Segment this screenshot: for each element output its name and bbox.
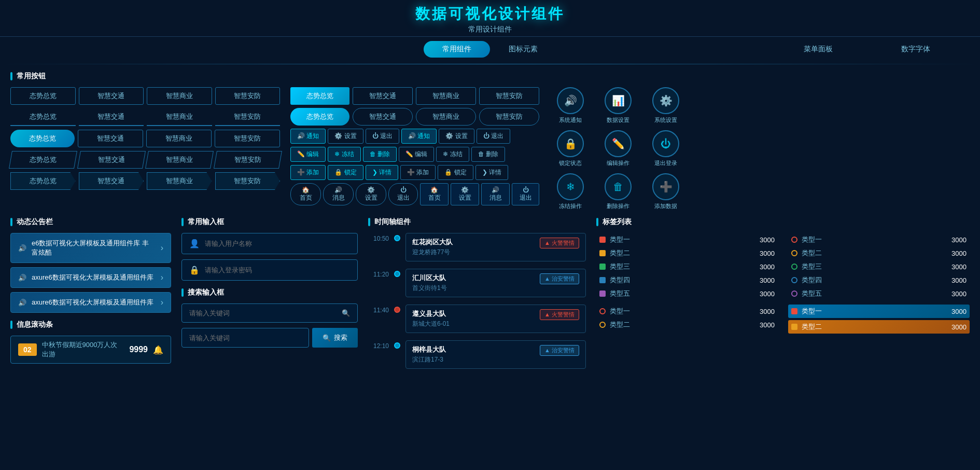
hl-btn-r1-1[interactable]: 态势总览 xyxy=(290,87,349,105)
icon-notify-2[interactable]: 🔊 通知 xyxy=(401,129,437,144)
nav-home-1[interactable]: 🏠 首页 xyxy=(290,183,321,205)
icon-lock-1[interactable]: 🔒 锁定 xyxy=(328,165,363,180)
btn-r4-3[interactable]: 智慧商业 xyxy=(145,151,213,169)
btn-r2-4[interactable]: 智慧安防 xyxy=(215,108,281,126)
icon-edit-1[interactable]: ✏️ 编辑 xyxy=(290,147,326,162)
icon-detail-2[interactable]: ❯ 详情 xyxy=(475,165,508,180)
search-box-1[interactable]: 🔍 xyxy=(181,303,358,323)
search-box-2[interactable] xyxy=(181,328,309,348)
nav-home-2[interactable]: 🏠 首页 xyxy=(420,183,449,205)
icon-lock-status[interactable]: 🔒 锁定状态 xyxy=(550,130,591,167)
speaker-icon-3: 🔊 xyxy=(18,299,26,307)
btn-r3-3[interactable]: 智慧商业 xyxy=(146,130,212,147)
password-input[interactable] xyxy=(205,266,350,274)
dot-orange-ci xyxy=(791,250,797,256)
icon-delete-2[interactable]: 🗑 删除 xyxy=(471,147,505,162)
search-button[interactable]: 🔍 搜索 xyxy=(312,328,358,348)
icon-settings-2[interactable]: ⚙️ 设置 xyxy=(439,129,474,144)
hl-btn-r2-4[interactable]: 智慧安防 xyxy=(479,108,539,126)
btn-r4-2[interactable]: 智慧交通 xyxy=(77,151,145,169)
search-input-2[interactable] xyxy=(189,334,301,342)
dot-red-sq xyxy=(599,237,606,243)
icon-notify-1[interactable]: 🔊 通知 xyxy=(290,129,326,144)
icon-edit-2[interactable]: ✏️ 编辑 xyxy=(399,147,434,162)
header: 数据可视化设计组件 常用设计组件 xyxy=(0,0,980,37)
hl-btn-r1-3[interactable]: 智慧商业 xyxy=(416,87,476,105)
btn-r5-2[interactable]: 智慧交通 xyxy=(79,172,144,190)
hl-btn-r1-4[interactable]: 智慧安防 xyxy=(479,87,539,105)
hl-btn-r2-1[interactable]: 态势总览 xyxy=(290,108,349,126)
icon-freeze-op[interactable]: ❄ 冻结操作 xyxy=(550,173,591,210)
nav-exit-1[interactable]: ⏻ 退出 xyxy=(388,183,418,205)
announcement-item-2[interactable]: 🔊 axure6数据可视化大屏模板及通用组件库 › xyxy=(10,267,171,288)
hl-btn-r2-3[interactable]: 智慧商业 xyxy=(416,108,476,126)
btn-r4-1[interactable]: 态势总览 xyxy=(9,151,77,169)
nav-exit-2[interactable]: ⏻ 退出 xyxy=(512,183,539,205)
icon-add-data[interactable]: ➕ 添加数据 xyxy=(645,173,687,210)
nav-divider xyxy=(0,64,980,64)
btn-r5-1[interactable]: 态势总览 xyxy=(10,172,76,190)
speaker-icon-2: 🔊 xyxy=(18,274,26,282)
chart-icon: 📊 xyxy=(605,87,632,114)
nav-item-menu[interactable]: 菜单面板 xyxy=(785,41,851,58)
icon-system-notify[interactable]: 🔊 系统通知 xyxy=(550,87,591,124)
label-col-right: 类型一 3000 类型二 3000 类型三 3000 xyxy=(788,233,970,300)
announcement-item-3[interactable]: 🔊 axure6数据可视化大屏模板及通用组件库 › xyxy=(10,292,171,313)
btn-r5-3[interactable]: 智慧商业 xyxy=(147,172,212,190)
icon-system-settings[interactable]: ⚙️ 系统设置 xyxy=(645,87,687,124)
icon-delete-op[interactable]: 🗑 删除操作 xyxy=(597,173,639,210)
bell-icon: 🔔 xyxy=(153,345,163,355)
icon-exit-2[interactable]: ⏻ 退出 xyxy=(477,129,510,144)
nav-set-2[interactable]: ⚙️ 设置 xyxy=(451,183,479,205)
icon-data-settings[interactable]: 📊 数据设置 xyxy=(597,87,639,124)
nav-item-common[interactable]: 常用组件 xyxy=(424,41,490,58)
nav-item-icons[interactable]: 图标元素 xyxy=(490,41,556,58)
btn-r5-4[interactable]: 智慧安防 xyxy=(215,172,281,190)
icon-freeze-1[interactable]: ❄ 冻结 xyxy=(328,147,360,162)
dot-purple-ci xyxy=(791,291,797,297)
btn-r2-3[interactable]: 智慧商业 xyxy=(147,108,212,126)
icon-add-2[interactable]: ➕ 添加 xyxy=(400,165,436,180)
lock-field-icon: 🔒 xyxy=(189,265,200,275)
nav-msg-1[interactable]: 🔊 消息 xyxy=(323,183,354,205)
icon-edit-op[interactable]: ✏️ 编辑操作 xyxy=(597,130,639,167)
speaker-icon: 🔊 xyxy=(557,87,584,114)
label-b2-left: 类型二 3000 xyxy=(596,318,778,331)
left-btn-group: 态势总览 智慧交通 智慧商业 智慧安防 态势总览 智慧交通 智慧商业 智慧安防 … xyxy=(10,87,280,210)
btn-r3-2[interactable]: 智慧交通 xyxy=(78,130,143,147)
lower-section: 动态公告栏 🔊 e6数据可视化大屏模板及通用组件库 丰富炫酷 › 🔊 axure… xyxy=(10,217,970,376)
btn-r3-1[interactable]: 态势总览 xyxy=(10,130,75,147)
btn-r1-4[interactable]: 智慧安防 xyxy=(215,87,281,105)
username-input[interactable] xyxy=(205,240,350,247)
btn-r2-1[interactable]: 态势总览 xyxy=(10,108,76,126)
icon-detail-1[interactable]: ❯ 详情 xyxy=(366,165,398,180)
nav-set-1[interactable]: ⚙️ 设置 xyxy=(356,183,386,205)
announcement-label: 动态公告栏 xyxy=(10,217,171,227)
icon-freeze-2[interactable]: ❄ 冻结 xyxy=(436,147,469,162)
btn-r3-4[interactable]: 智慧安防 xyxy=(215,130,280,147)
label-b1-left: 类型一 3000 xyxy=(596,305,778,318)
label-col-br: 类型一 3000 类型二 3000 xyxy=(788,305,970,334)
btn-r2-2[interactable]: 智慧交通 xyxy=(79,108,144,126)
icon-add-1[interactable]: ➕ 添加 xyxy=(290,165,326,180)
icon-logout[interactable]: ⏻ 退出登录 xyxy=(645,130,687,167)
center-btn-group: 态势总览 智慧交通 智慧商业 智慧安防 态势总览 智慧交通 智慧商业 智慧安防 … xyxy=(290,87,539,210)
hl-btn-r2-2[interactable]: 智慧交通 xyxy=(353,108,413,126)
search-input-1[interactable] xyxy=(189,309,337,317)
info-count: 9999 xyxy=(129,345,148,354)
hl-btn-r1-2[interactable]: 智慧交通 xyxy=(353,87,413,105)
btn-r4-4[interactable]: 智慧安防 xyxy=(214,151,282,169)
page-subtitle: 常用设计组件 xyxy=(0,25,980,34)
btn-r1-3[interactable]: 智慧商业 xyxy=(147,87,212,105)
btn-r1-1[interactable]: 态势总览 xyxy=(10,87,76,105)
announcement-item-1[interactable]: 🔊 e6数据可视化大屏模板及通用组件库 丰富炫酷 › xyxy=(10,233,171,263)
icon-settings-1[interactable]: ⚙️ 设置 xyxy=(328,129,363,144)
password-field[interactable]: 🔒 xyxy=(181,259,358,281)
icon-delete-1[interactable]: 🗑 删除 xyxy=(363,147,397,162)
icon-exit-1[interactable]: ⏻ 退出 xyxy=(366,129,399,144)
btn-r1-2[interactable]: 智慧交通 xyxy=(79,87,144,105)
icon-lock-2[interactable]: 🔒 锁定 xyxy=(438,165,473,180)
username-field[interactable]: 👤 xyxy=(181,233,358,254)
nav-msg-2[interactable]: 🔊 消息 xyxy=(481,183,510,205)
nav-item-font[interactable]: 数字字体 xyxy=(883,41,949,58)
